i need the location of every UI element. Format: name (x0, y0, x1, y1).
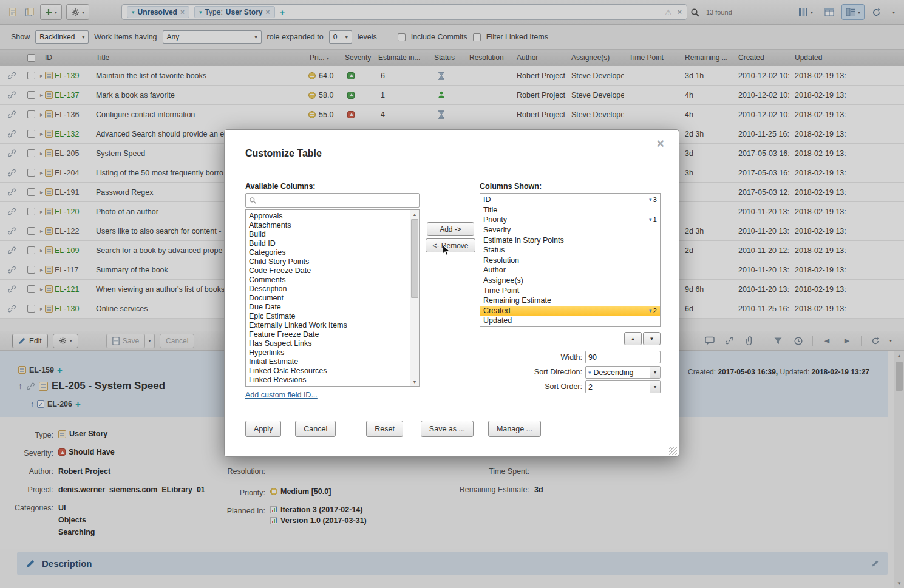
available-column-item[interactable]: Linked Oslc Resources (249, 367, 408, 376)
cancel-button[interactable]: Cancel (295, 421, 336, 437)
shown-column-item[interactable]: Resolution ▾ (480, 255, 660, 266)
available-column-item[interactable]: Feature Freeze Date (249, 330, 408, 339)
available-column-item[interactable]: Linked Revisions (249, 376, 408, 385)
dialog-actions: Apply Cancel Reset Save as ... Manage ..… (245, 421, 541, 437)
shown-column-item[interactable]: Assignee(s) ▾ (480, 275, 660, 286)
shown-column-label: Resolution (483, 256, 519, 265)
chevron-down-icon: ▾ (650, 367, 660, 378)
shown-column-item[interactable]: Priority ▾ 1 (480, 215, 660, 225)
sort-direction-value: Descending (594, 368, 634, 377)
shown-column-label: Status (483, 246, 505, 254)
shown-column-item[interactable]: Estimate in Story Points ▾ (480, 235, 660, 245)
sort-badge: ▾ 1 (649, 216, 657, 223)
available-column-item[interactable]: Description (249, 285, 408, 294)
available-columns-search-input[interactable] (260, 196, 416, 204)
sort-desc-icon: ▾ (649, 197, 652, 203)
add-custom-field-link[interactable]: Add custom field ID... (245, 391, 318, 399)
shown-column-label: Priority (483, 215, 507, 224)
scroll-down-icon[interactable]: ▼ (410, 377, 419, 386)
dialog-title: Customize Table (245, 148, 322, 159)
sort-desc-icon: ▾ (588, 370, 591, 376)
sort-desc-icon: ▾ (649, 217, 652, 223)
shown-column-label: Created (483, 306, 510, 315)
column-width-input[interactable] (585, 351, 661, 363)
shown-column-label: Updated (483, 316, 512, 325)
sort-order-value: 2 (588, 383, 593, 391)
available-column-item[interactable]: Code Freeze Date (249, 266, 408, 275)
available-column-item[interactable]: Attachments (249, 221, 408, 230)
shown-column-item[interactable]: Created ▾ 2 (480, 306, 660, 316)
shown-column-label: Remaining Estimate (483, 296, 551, 305)
shown-column-item[interactable]: Author ▾ (480, 265, 660, 275)
sort-order-select[interactable]: 2 ▾ (585, 380, 661, 393)
available-column-item[interactable]: Approvals (249, 212, 408, 221)
remove-column-button[interactable]: <- Remove (426, 238, 475, 252)
sort-order-number: 1 (653, 216, 657, 223)
move-column-down-button[interactable]: ▼ (643, 332, 661, 345)
sort-order-number: 3 (653, 196, 657, 203)
sort-order-label: Sort Order: (480, 382, 582, 391)
shown-column-label: Severity (483, 226, 511, 234)
shown-column-label: Assignee(s) (483, 276, 523, 285)
columns-shown-label: Columns Shown: (480, 182, 542, 191)
available-column-item[interactable]: Has Suspect Links (249, 339, 408, 348)
shown-column-item[interactable]: Status ▾ (480, 245, 660, 255)
shown-column-label: Time Point (483, 286, 519, 295)
shown-column-item[interactable]: Time Point ▾ (480, 285, 660, 296)
sort-direction-select[interactable]: ▾ Descending ▾ (585, 366, 661, 379)
move-column-up-button[interactable]: ▲ (624, 332, 642, 345)
shown-column-item[interactable]: ID ▾ 3 (480, 195, 660, 205)
shown-column-item[interactable]: Title ▾ (480, 205, 660, 215)
available-column-item[interactable]: Hyperlinks (249, 348, 408, 357)
chevron-down-icon: ▾ (650, 381, 660, 393)
sort-direction-label: Sort Direction: (480, 368, 582, 376)
save-as-button[interactable]: Save as ... (421, 421, 474, 437)
available-column-item[interactable]: Due Date (249, 303, 408, 312)
available-column-item[interactable]: Build ID (249, 239, 408, 248)
sort-badge: ▾ 2 (649, 307, 657, 314)
available-column-item[interactable]: Child Story Points (249, 257, 408, 266)
shown-column-label: Estimate in Story Points (483, 236, 564, 245)
scroll-up-icon[interactable]: ▲ (410, 210, 419, 218)
customize-table-dialog: Customize Table × Available Columns: App… (224, 129, 679, 457)
width-label: Width: (480, 353, 582, 362)
available-column-item[interactable]: Comments (249, 275, 408, 285)
available-column-item[interactable]: Epic Estimate (249, 312, 408, 321)
available-column-item[interactable]: Document (249, 294, 408, 303)
shown-column-label: Author (483, 266, 506, 274)
list-scrollbar[interactable]: ▲ ▼ (410, 210, 419, 386)
sort-order-number: 2 (653, 307, 657, 314)
apply-button[interactable]: Apply (245, 421, 281, 437)
available-column-item[interactable]: Externally Linked Work Items (249, 321, 408, 330)
available-columns-search[interactable] (245, 193, 420, 208)
available-column-item[interactable]: Build (249, 230, 408, 239)
shown-column-label: ID (483, 195, 491, 204)
manage-button[interactable]: Manage ... (488, 421, 541, 437)
available-column-item[interactable]: Categories (249, 248, 408, 257)
search-icon (249, 197, 257, 204)
available-columns-label: Available Columns: (245, 182, 316, 191)
close-icon[interactable]: × (656, 137, 664, 150)
sort-desc-icon: ▾ (649, 308, 652, 314)
add-column-button[interactable]: Add -> (427, 222, 474, 236)
shown-column-item[interactable]: Updated ▾ (480, 316, 660, 326)
shown-column-item[interactable]: Severity ▾ (480, 225, 660, 235)
available-column-item[interactable]: Linked Work Items (249, 385, 408, 387)
scrollbar-thumb[interactable] (411, 219, 418, 298)
sort-badge: ▾ 3 (649, 196, 657, 203)
resize-grip[interactable] (669, 447, 677, 455)
shown-column-item[interactable]: Remaining Estimate ▾ (480, 296, 660, 306)
reset-button[interactable]: Reset (366, 421, 403, 437)
shown-column-label: Title (483, 206, 497, 214)
columns-shown-list[interactable]: ID ▾ 3 Title ▾ Priority ▾ 1 (480, 193, 661, 327)
available-columns-list[interactable]: Approvals Attachments Build Build ID Cat… (245, 209, 420, 387)
available-column-item[interactable]: Initial Estimate (249, 357, 408, 367)
